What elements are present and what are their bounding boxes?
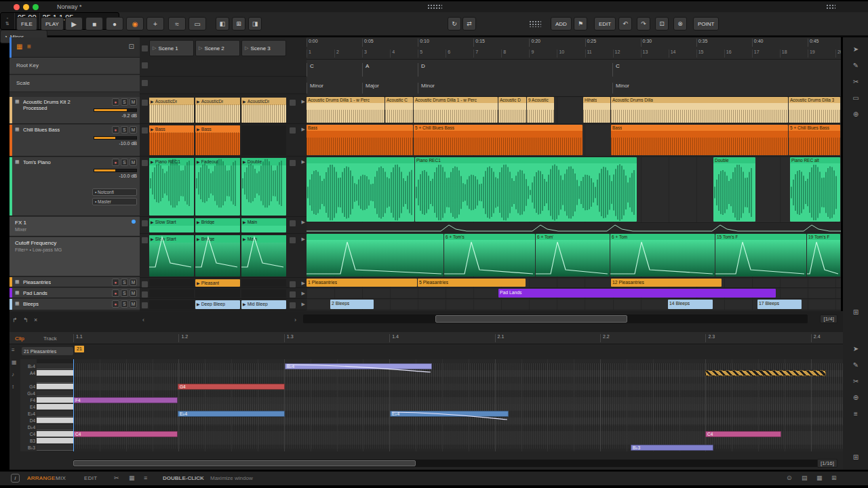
chip-master[interactable]: ▪ Master	[92, 198, 137, 205]
empty-clip-slot[interactable]	[195, 289, 240, 298]
arranger-clip[interactable]: Piano REC1	[415, 157, 637, 222]
expand-panel-icon[interactable]: ⊡	[129, 43, 134, 50]
clip-slot[interactable]: ▶Mid Bleep	[241, 300, 286, 309]
arranger-clip[interactable]: 14 Bleeps	[668, 300, 713, 309]
chip-notconfi[interactable]: ▪ Notconfi	[92, 188, 137, 196]
maximize-window-button[interactable]	[33, 4, 39, 10]
clip-slot[interactable]: ▶AcousticDr	[149, 98, 194, 123]
row-play-button[interactable]: ▶	[302, 127, 305, 132]
clip-slot[interactable]: ▶Pleasant	[195, 279, 240, 287]
track-header-fx1[interactable]: FX 1Mixer	[9, 217, 140, 237]
editor-scroll-thumb[interactable]	[73, 460, 416, 466]
piano-key[interactable]	[37, 431, 73, 437]
row-play-button[interactable]: ▶	[302, 291, 305, 296]
forward-icon[interactable]: ↰	[23, 317, 28, 323]
track-header-bleeps[interactable]: ▦Bleeps●SM	[9, 299, 140, 310]
midi-note[interactable]: F4	[73, 397, 178, 403]
arm-button[interactable]: ●	[112, 126, 119, 134]
arranger-clip[interactable]: Acoustic Drums Dilla 3	[789, 97, 840, 123]
display-icon[interactable]	[826, 4, 835, 10]
scene-button-1[interactable]: ▷Scene 1	[149, 40, 194, 56]
piano-key[interactable]	[37, 404, 73, 410]
arranger-clip[interactable]: 5 + Chill Blues Bass	[414, 125, 583, 155]
track-header-padlands[interactable]: ▦Pad Lands●SM	[9, 288, 140, 298]
file-button[interactable]: FILE	[16, 17, 37, 30]
track-header-cutoff[interactable]: Cutoff FrequencyFilter+ • Low-pass MG	[9, 237, 140, 277]
panel-left-icon[interactable]: ◧	[216, 17, 229, 30]
track-header-drums[interactable]: ▦Acoustic Drums Kit 2Processed●SM-9.2 dB	[9, 97, 140, 124]
meta-row-scale[interactable]: Scale	[9, 75, 140, 92]
pencil-icon[interactable]: ✎	[850, 59, 862, 71]
view-button-arrange[interactable]: ARRANGE	[27, 475, 56, 481]
clip-slot[interactable]: ▶Main	[241, 218, 286, 232]
layers-icon[interactable]: ≈	[168, 17, 186, 30]
clip-stop-button[interactable]	[290, 237, 296, 243]
arranger-clip[interactable]: Acoustic Drums Dilla 1 - w Perc	[414, 97, 498, 123]
keys-icon[interactable]: ▦	[816, 474, 823, 481]
mute-button[interactable]: M	[130, 159, 137, 166]
grid-icon[interactable]: ▦	[12, 359, 17, 365]
piano-key[interactable]	[37, 438, 73, 444]
clip-stop-button[interactable]	[290, 291, 296, 298]
empty-clip-slot[interactable]	[149, 300, 194, 309]
pencil-icon[interactable]: ✎	[850, 359, 862, 371]
arranger-clip[interactable]: 12 Pleasantries	[611, 279, 722, 287]
note-icon[interactable]: ♪	[12, 371, 14, 378]
arranger-clip[interactable]	[307, 234, 443, 277]
piano-key[interactable]	[37, 445, 73, 451]
row-play-button[interactable]: ▶	[302, 302, 305, 307]
clip-slot[interactable]: ▶Deep Bleep	[195, 300, 240, 309]
arranger-clip[interactable]: 5 + Chill Blues Bass	[789, 125, 840, 155]
clip-start-marker[interactable]: 21	[75, 346, 84, 352]
mute-button[interactable]: M	[130, 98, 137, 106]
clip-stop-button[interactable]	[290, 127, 296, 134]
solo-button[interactable]: S	[121, 98, 128, 106]
play-icon[interactable]: ▶	[65, 17, 83, 30]
clip-slot[interactable]: ▶Bass	[149, 125, 194, 155]
midi-note[interactable]: E♭4	[390, 411, 509, 417]
close-window-button[interactable]	[14, 4, 20, 10]
row-play-button[interactable]: ▶	[302, 220, 305, 225]
arranger-clip[interactable]: Bass	[307, 125, 413, 155]
clip-stop-button[interactable]	[290, 302, 296, 308]
scroll-left-icon[interactable]: ‹	[142, 317, 144, 323]
scene-button-2[interactable]: ▷Scene 2	[195, 40, 240, 56]
arranger-clip[interactable]: 5 Pleasantries	[418, 279, 526, 287]
track-header-bass[interactable]: ▦Chill Blues Bass●SM-10.0 dB	[9, 125, 140, 157]
arranger-scroll-thumb[interactable]	[435, 315, 627, 323]
solo-button[interactable]: S	[121, 159, 128, 166]
arranger-clip[interactable]: Bass	[611, 125, 788, 155]
grid-snap-icon[interactable]: ⊞	[850, 306, 862, 318]
empty-clip-slot[interactable]	[241, 125, 286, 155]
arranger-clip[interactable]: 17 Bleeps	[757, 300, 802, 309]
clip-slot[interactable]: ▶Slow Start	[149, 218, 194, 232]
solo-button[interactable]: S	[121, 126, 128, 134]
arm-button[interactable]: ●	[112, 98, 119, 106]
clip-stop-button[interactable]	[142, 62, 148, 68]
back-icon[interactable]: ↱	[12, 317, 18, 323]
panel-center-icon[interactable]: ⊞	[232, 17, 245, 30]
row-play-button[interactable]: ▶	[302, 159, 305, 165]
row-play-button[interactable]: ▶	[302, 237, 305, 242]
arm-button[interactable]: ●	[112, 300, 119, 308]
knife-icon[interactable]: ✂	[850, 75, 862, 87]
clip-slot[interactable]: ▶AcousticDr	[241, 98, 286, 123]
clip-slot[interactable]: ▶Main	[241, 235, 286, 277]
arranger-scrollbar[interactable]	[303, 314, 808, 323]
track-header-pleasantries[interactable]: ▦Pleasantries●SM	[9, 277, 140, 287]
flag-icon[interactable]: ⚑	[574, 17, 587, 30]
search-icon[interactable]: ⊙	[787, 474, 792, 481]
tab-track[interactable]: Track	[38, 333, 62, 343]
mute-button[interactable]: M	[130, 279, 137, 286]
piano-key[interactable]	[37, 397, 73, 403]
clip-slot[interactable]: ▶Bass	[195, 125, 240, 155]
clip-stop-button[interactable]	[142, 302, 148, 308]
redo-icon[interactable]: ↷	[637, 17, 650, 30]
pads-icon[interactable]: ⊞	[831, 474, 837, 481]
clip-stop-button[interactable]	[142, 160, 148, 166]
piano-key[interactable]	[37, 390, 73, 396]
row-play-button[interactable]: ▶	[302, 281, 305, 286]
list-icon[interactable]: ≡	[12, 347, 15, 353]
clip-slot[interactable]: ▶Double	[241, 158, 286, 216]
clip-stop-button[interactable]	[142, 220, 148, 226]
